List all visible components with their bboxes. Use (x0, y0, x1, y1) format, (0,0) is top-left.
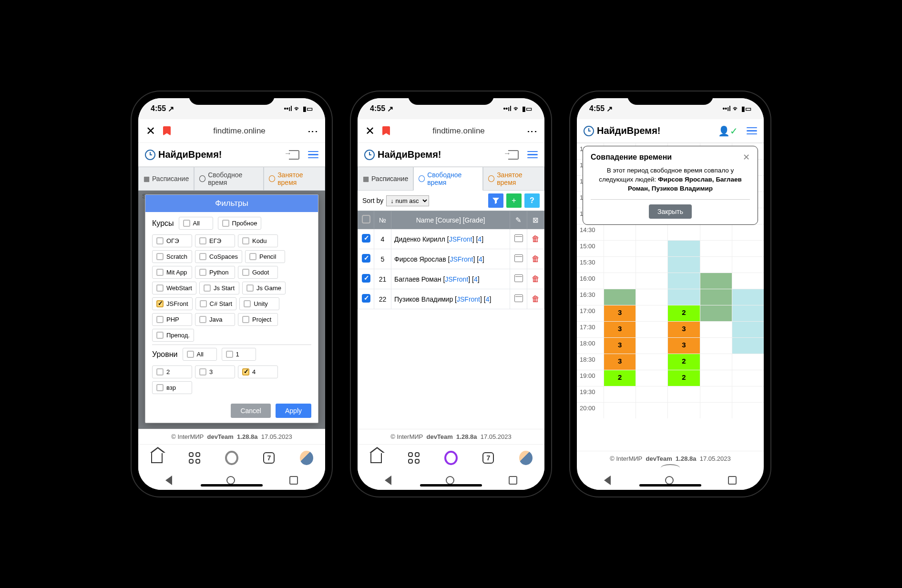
hamburger-menu-icon[interactable] (747, 127, 757, 135)
schedule-cell[interactable] (667, 403, 699, 418)
bookmark-icon[interactable] (382, 126, 390, 136)
close-icon[interactable]: ✕ (743, 152, 750, 162)
nav-recent-icon[interactable] (289, 476, 298, 485)
kebab-menu-icon[interactable]: ⋮ (526, 126, 538, 136)
filter-chip-course[interactable]: Js Start (199, 282, 239, 294)
nav-home-icon[interactable] (665, 476, 674, 485)
kebab-menu-icon[interactable]: ⋮ (307, 126, 319, 136)
close-button[interactable]: Закрыть (649, 204, 692, 219)
filter-chip-level-1[interactable]: 1 (222, 348, 256, 361)
schedule-cell[interactable] (732, 241, 764, 256)
sort-select[interactable]: ↓ num asc (386, 195, 429, 206)
schedule-cell[interactable]: 2 (667, 370, 699, 386)
hamburger-menu-icon[interactable] (308, 151, 318, 159)
calendar-icon[interactable] (514, 294, 523, 302)
user-check-icon[interactable]: 👤✓ (718, 125, 738, 137)
nav-home-icon[interactable] (446, 476, 454, 485)
add-button[interactable]: + (506, 193, 522, 208)
schedule-cell[interactable] (667, 241, 699, 256)
schedule-cell[interactable] (700, 224, 732, 240)
browser-tabcount-icon[interactable]: 7 (262, 451, 276, 465)
schedule-cell[interactable] (732, 257, 764, 273)
browser-profile-icon[interactable] (300, 451, 313, 465)
nav-back-icon[interactable] (165, 476, 172, 485)
nav-back-icon[interactable] (385, 476, 391, 485)
filter-chip-course[interactable]: Unity (239, 297, 279, 310)
schedule-cell[interactable] (700, 305, 732, 321)
schedule-cell[interactable] (636, 289, 667, 305)
nav-recent-icon[interactable] (509, 476, 517, 485)
schedule-cell[interactable]: 3 (604, 305, 636, 321)
schedule-cell[interactable] (636, 354, 667, 370)
schedule-cell[interactable] (732, 354, 764, 370)
schedule-cell[interactable] (700, 338, 732, 354)
nav-back-icon[interactable] (604, 476, 611, 485)
tab-free-time[interactable]: Свободное время (413, 167, 483, 191)
schedule-cell[interactable] (732, 224, 764, 240)
schedule-cell[interactable] (636, 224, 667, 240)
filter-chip-course[interactable]: Pencil (245, 250, 285, 263)
filter-button[interactable] (488, 193, 503, 208)
schedule-cell[interactable] (636, 403, 667, 418)
schedule-cell[interactable] (700, 386, 732, 402)
bookmark-icon[interactable] (163, 126, 171, 136)
calendar-icon[interactable] (514, 234, 523, 242)
trash-icon[interactable]: 🗑 (532, 254, 540, 264)
schedule-cell[interactable] (667, 289, 699, 305)
schedule-cell[interactable] (604, 273, 636, 289)
tab-busy-time[interactable]: Занятое время (483, 167, 544, 190)
browser-home-icon[interactable] (369, 451, 383, 465)
row-checkbox[interactable] (362, 274, 370, 283)
col-num[interactable]: № (374, 211, 391, 229)
login-icon[interactable] (289, 150, 299, 160)
schedule-cell[interactable] (732, 386, 764, 402)
schedule-cell[interactable] (604, 257, 636, 273)
filter-chip-course[interactable]: Project (238, 313, 278, 326)
schedule-cell[interactable] (700, 354, 732, 370)
schedule-cell[interactable] (667, 224, 699, 240)
filter-chip-course[interactable]: Kodu (238, 234, 278, 247)
trash-icon[interactable]: 🗑 (532, 294, 540, 304)
browser-tabcount-icon[interactable]: 7 (482, 451, 495, 465)
browser-assistant-icon[interactable] (225, 451, 238, 465)
filter-chip-course[interactable]: Scratch (152, 250, 192, 263)
schedule-cell[interactable] (700, 370, 732, 386)
calendar-icon[interactable] (514, 274, 523, 282)
cancel-button[interactable]: Cancel (231, 404, 271, 418)
browser-profile-icon[interactable] (519, 451, 533, 465)
schedule-cell[interactable] (636, 241, 667, 256)
filter-chip-course[interactable]: CoSpaces (195, 250, 242, 263)
schedule-cell[interactable] (667, 257, 699, 273)
schedule-cell[interactable] (732, 322, 764, 337)
url-text[interactable]: findtime.online (398, 126, 520, 136)
filter-chip-level[interactable]: 3 (195, 365, 235, 378)
row-name[interactable]: Баглаев Роман [JSFront] [4] (391, 269, 510, 289)
filter-chip-level[interactable]: взр (152, 381, 192, 394)
tab-schedule[interactable]: ▦Расписание (358, 167, 413, 190)
schedule-cell[interactable] (604, 289, 636, 305)
filter-chip-course[interactable]: Js Game (242, 282, 286, 294)
schedule-cell[interactable] (732, 289, 764, 305)
schedule-cell[interactable] (700, 241, 732, 256)
schedule-cell[interactable] (700, 273, 732, 289)
schedule-content[interactable]: 12 12 13 13 14:00 14:30 15:00 15:30 16:0… (577, 143, 764, 451)
filter-chip-course[interactable]: Mit App (152, 266, 192, 279)
filter-chip-trial[interactable]: Пробное (218, 217, 262, 230)
browser-home-icon[interactable] (150, 451, 164, 465)
schedule-cell[interactable] (636, 386, 667, 402)
filter-chip-course[interactable]: C# Start (195, 297, 237, 310)
tab-busy-time[interactable]: Занятое время (264, 167, 325, 190)
filter-chip-course[interactable]: PHP (152, 313, 192, 326)
schedule-cell[interactable] (604, 403, 636, 418)
schedule-cell[interactable]: 3 (667, 322, 699, 337)
nav-recent-icon[interactable] (728, 476, 737, 485)
schedule-cell[interactable] (700, 289, 732, 305)
calendar-icon[interactable] (514, 254, 523, 262)
tab-schedule[interactable]: ▦Расписание (138, 167, 194, 190)
schedule-cell[interactable]: 2 (667, 354, 699, 370)
schedule-cell[interactable] (636, 305, 667, 321)
apply-button[interactable]: Apply (276, 404, 311, 418)
hamburger-menu-icon[interactable] (527, 151, 538, 159)
filter-chip-course[interactable]: Java (195, 313, 235, 326)
row-checkbox[interactable] (362, 234, 370, 243)
